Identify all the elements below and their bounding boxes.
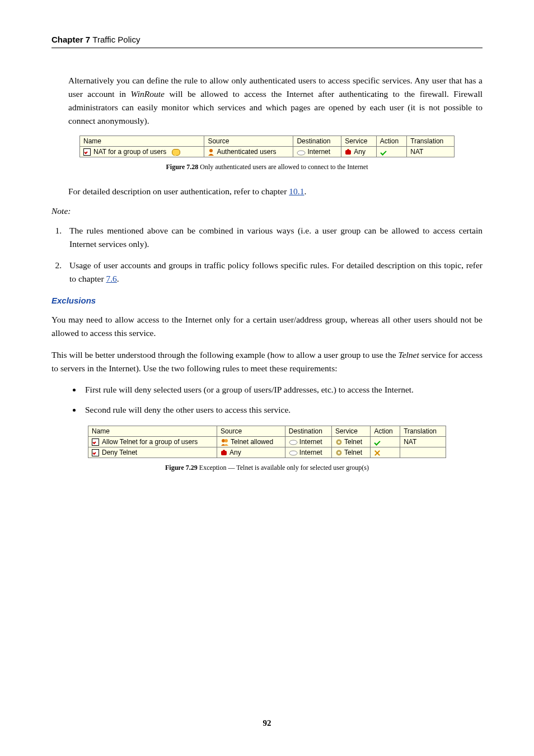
col-translation: Translation xyxy=(407,136,455,147)
gear-icon xyxy=(335,449,343,456)
list-item: Second rule will deny the other users to… xyxy=(82,403,483,417)
link-10-1[interactable]: 10.1 xyxy=(289,186,304,196)
svg-point-5 xyxy=(224,439,228,442)
caption-text: Only authenticated users are allowed to … xyxy=(198,163,368,171)
service-text: Any xyxy=(354,148,366,156)
col-destination: Destination xyxy=(285,426,331,436)
puzzle-icon xyxy=(345,148,352,156)
dest-text: Internet xyxy=(299,438,322,446)
figure-7-29-caption: Figure 7.29 Exception — Telnet is availa… xyxy=(51,464,483,472)
col-source: Source xyxy=(204,136,293,147)
table-header-row: Name Source Destination Service Action T… xyxy=(88,426,446,436)
cell-service: Telnet xyxy=(331,447,370,458)
list-item: First rule will deny selected users (or … xyxy=(82,383,483,396)
check-icon xyxy=(380,150,388,155)
svg-point-3 xyxy=(347,149,349,151)
checkbox-icon xyxy=(92,449,99,456)
svg-point-10 xyxy=(223,450,225,452)
link-7-6[interactable]: 7.6 xyxy=(106,274,116,283)
cell-action xyxy=(371,436,400,447)
table-row: Deny Telnet Any Internet Telnet xyxy=(88,447,446,458)
col-action: Action xyxy=(376,136,407,147)
checkbox-icon xyxy=(92,438,99,446)
cell-action xyxy=(371,447,400,458)
cell-dest: Internet xyxy=(285,447,331,458)
p2-a: For detailed description on user authent… xyxy=(68,186,289,196)
cell-name: Deny Telnet xyxy=(88,447,217,458)
winroute-term: WinRoute xyxy=(131,89,165,99)
telnet-term: Telnet xyxy=(398,350,419,360)
user-icon xyxy=(208,148,215,156)
cell-source: Any xyxy=(217,447,285,458)
table-row: Allow Telnet for a group of users Telnet… xyxy=(88,436,446,447)
paragraph-2: For detailed description on user authent… xyxy=(68,185,483,198)
list-item: The rules mentioned above can be combine… xyxy=(64,224,483,251)
cell-trans: NAT xyxy=(400,436,446,447)
deny-icon xyxy=(374,450,381,456)
col-name: Name xyxy=(80,136,204,147)
chapter-heading: Chapter 7 Traffic Policy xyxy=(51,35,483,48)
col-service: Service xyxy=(341,136,376,147)
rule-name: Allow Telnet for a group of users xyxy=(102,438,198,446)
puzzle-icon xyxy=(221,449,228,456)
figure-7-29-table: Name Source Destination Service Action T… xyxy=(88,426,446,459)
cell-source: Authenticated users xyxy=(204,147,293,157)
cell-action xyxy=(376,147,407,157)
notes-list: The rules mentioned above can be combine… xyxy=(51,224,483,286)
figure-7-28-table: Name Source Destination Service Action T… xyxy=(79,136,455,157)
note-label: Note: xyxy=(51,206,483,216)
li2-a: Usage of user accounts and groups in tra… xyxy=(69,260,483,283)
paragraph-1: Alternatively you can define the rule to… xyxy=(68,74,483,128)
col-destination: Destination xyxy=(293,136,341,147)
cell-service: Any xyxy=(341,147,376,157)
col-translation: Translation xyxy=(400,426,446,436)
source-text: Authenticated users xyxy=(217,148,276,156)
svg-point-0 xyxy=(209,149,213,152)
caption-bold: Figure 7.29 xyxy=(165,464,198,472)
svg-point-11 xyxy=(289,451,297,455)
source-text: Any xyxy=(229,449,241,456)
figure-7-28-caption: Figure 7.28 Only authenticated users are… xyxy=(51,163,483,171)
chapter-title: Traffic Policy xyxy=(92,35,140,44)
paragraph-4: This will be better understood through t… xyxy=(51,348,483,375)
service-text: Telnet xyxy=(344,449,362,456)
intro-block: Alternatively you can define the rule to… xyxy=(51,74,483,128)
speech-icon xyxy=(172,149,180,156)
service-text: Telnet xyxy=(344,438,362,446)
checkbox-icon xyxy=(83,148,91,156)
cloud-icon xyxy=(289,439,298,445)
col-source: Source xyxy=(217,426,285,436)
li2-tail: . xyxy=(117,274,119,283)
list-item: Usage of user accounts and groups in tra… xyxy=(64,259,483,286)
table-header-row: Name Source Destination Service Action T… xyxy=(80,136,455,147)
svg-point-8 xyxy=(338,441,340,443)
svg-point-1 xyxy=(297,151,305,155)
caption-text: Exception — Telnet is available only for… xyxy=(198,464,369,472)
cell-dest: Internet xyxy=(285,436,331,447)
cell-name: Allow Telnet for a group of users xyxy=(88,436,217,447)
users-icon xyxy=(221,438,229,446)
p4-a: This will be better understood through t… xyxy=(51,350,398,360)
cloud-icon xyxy=(289,450,298,456)
check-icon xyxy=(374,440,382,445)
col-name: Name xyxy=(88,426,217,436)
col-action: Action xyxy=(371,426,400,436)
rule-name: NAT for a group of users xyxy=(93,148,166,156)
col-service: Service xyxy=(331,426,370,436)
cell-name: NAT for a group of users xyxy=(80,147,204,157)
cell-trans: NAT xyxy=(407,147,455,157)
dest-text: Internet xyxy=(299,449,322,456)
ref-block: For detailed description on user authent… xyxy=(51,185,483,198)
section-exclusions: Exclusions xyxy=(51,296,483,305)
svg-point-13 xyxy=(338,452,340,454)
cloud-icon xyxy=(297,150,306,156)
svg-point-6 xyxy=(289,440,297,445)
cell-trans xyxy=(400,447,446,458)
source-text: Telnet allowed xyxy=(231,438,273,446)
cell-service: Telnet xyxy=(331,436,370,447)
gear-icon xyxy=(335,438,343,446)
chapter-label: Chapter 7 xyxy=(51,35,90,44)
page-number: 92 xyxy=(0,718,534,728)
bullet-list: First rule will deny selected users (or … xyxy=(51,383,483,417)
cell-source: Telnet allowed xyxy=(217,436,285,447)
